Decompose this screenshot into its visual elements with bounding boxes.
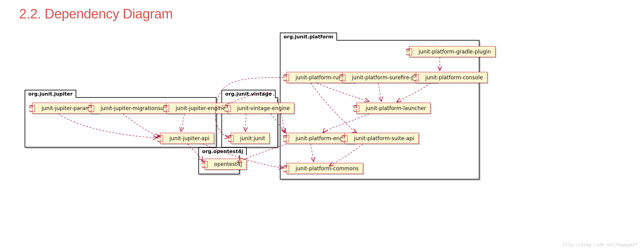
package-platform-label: org.junit.platform bbox=[280, 33, 337, 41]
component-label: junit-platform-gradle-plugin bbox=[419, 49, 491, 55]
component-junit-jupiter-api: junit-jupiter-api bbox=[160, 133, 214, 144]
component-label: junit-jupiter-params bbox=[42, 105, 93, 111]
dependency-diagram: org.junit.jupiter org.junit.vintage org.… bbox=[0, 0, 644, 249]
package-opentest4j-label: org.opentest4j bbox=[198, 147, 247, 155]
component-junit-jupiter-params: junit-jupiter-params bbox=[32, 103, 98, 114]
package-vintage-label: org.junit.vintage bbox=[221, 90, 276, 98]
component-junit-platform-suite-api: junit-platform-suite-api bbox=[344, 133, 419, 144]
component-junit-jupiter-engine: junit-jupiter-engine bbox=[166, 103, 230, 114]
component-junit-platform-commons: junit-platform-commons bbox=[286, 163, 363, 174]
component-junit-platform-console: junit-platform-console bbox=[416, 72, 487, 83]
component-label: junit-platform-console bbox=[425, 74, 483, 81]
component-label: junit-jupiter-api bbox=[169, 135, 209, 141]
component-junit-platform-gradle-plugin: junit-platform-gradle-plugin bbox=[409, 46, 495, 57]
watermark: http://blog.csdn.net/happymff bbox=[563, 242, 638, 247]
component-junit-vintage-engine: junit-vintage-engine bbox=[228, 103, 294, 114]
component-label: junit-vintage-engine bbox=[237, 105, 290, 111]
component-label: junit-platform-launcher bbox=[366, 105, 426, 111]
package-jupiter-label: org.junit.jupiter bbox=[25, 90, 76, 98]
component-label: junit-platform-suite-api bbox=[354, 135, 414, 141]
component-label: junit-jupiter-engine bbox=[176, 105, 225, 111]
component-label: opentest4j bbox=[214, 161, 242, 167]
component-junit-junit: junit:junit bbox=[231, 133, 270, 144]
component-opentest4j: opentest4j bbox=[205, 159, 247, 170]
component-label: junit-platform-commons bbox=[296, 165, 359, 172]
component-junit-platform-launcher: junit-platform-launcher bbox=[356, 103, 431, 114]
component-label: junit:junit bbox=[240, 135, 265, 141]
